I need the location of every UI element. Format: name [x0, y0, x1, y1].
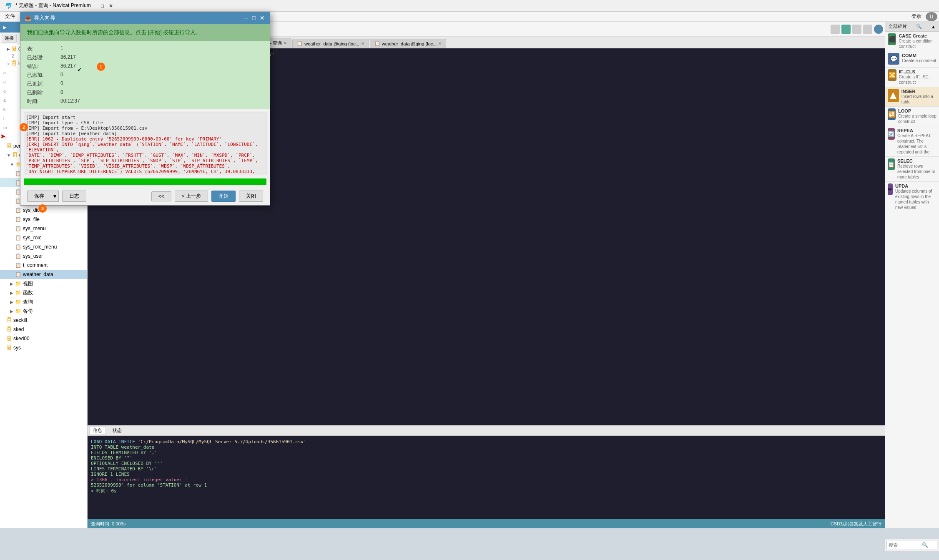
sidebar-table-weather-data[interactable]: 📋 weather_data — [0, 270, 87, 279]
sidebar-folder-queries[interactable]: ▶ 📁 查询 — [0, 297, 87, 306]
toolbar-icon-3[interactable] — [852, 25, 861, 34]
save-button[interactable]: 保存 — [27, 191, 51, 202]
db-icon-qing: 🗄 — [13, 152, 18, 158]
sidebar-label-seckill: seckill — [13, 317, 27, 323]
svg-marker-0 — [890, 92, 896, 99]
right-panel-arrow-icon[interactable]: ▲ — [931, 24, 936, 29]
maximize-button[interactable]: □ — [99, 3, 106, 9]
result-line-6: LINES TERMINATED BY '\r' — [91, 466, 881, 472]
dialog-title-bar: 📥 导入向导 ─ □ ✕ — [20, 12, 270, 24]
toolbar-icon-4[interactable] — [863, 25, 872, 34]
toolbar-icon-2[interactable] — [841, 25, 851, 34]
table-label-t-comment: t_comment — [23, 262, 48, 268]
snippet-comm[interactable]: 💬 COMM Create a comment — [885, 51, 939, 68]
snippet-repea[interactable]: 🔄 REPEA Create A REPEAT construct. The S… — [885, 126, 939, 157]
toolbar-icon-5[interactable] — [874, 25, 883, 34]
dialog-info-text: 我们已收集向导导入数据时所需的全部信息。点击 [开始] 按钮进行导入。 — [27, 29, 201, 35]
sidebar-table-sys-file[interactable]: 📋 sys_file — [0, 215, 87, 224]
db-icon-sys: 🗄 — [7, 345, 12, 351]
stat-label-deleted: 已删除: — [27, 89, 60, 96]
snippet-upda[interactable]: ✏ UPDA Updates columns of existing rows … — [885, 182, 939, 212]
save-btn-group: 保存 ▼ — [27, 191, 59, 202]
sidebar-folder-functions[interactable]: ▶ 📁 函数 — [0, 288, 87, 297]
import-dialog[interactable]: 📥 导入向导 ─ □ ✕ 我们已收集向导导入数据时所需的全部信息。点击 [开始]… — [20, 12, 270, 206]
folder-icon-queries: 📁 — [15, 299, 21, 305]
sidebar-item-sked00[interactable]: 🗄 sked00 — [0, 334, 87, 343]
dialog-maximize[interactable]: □ — [251, 15, 257, 21]
sidebar-table-sys-dict[interactable]: 📋 sys_dict — [0, 206, 87, 215]
arrow-mark: ➤ — [0, 132, 5, 140]
dialog-log: [IMP] Import start [IMP] Import type - C… — [24, 113, 266, 175]
tab-weather-3-close[interactable]: ✕ — [438, 41, 442, 46]
title-bar: 🐬 * 无标题 - 查询 - Navicat Premium ─ □ ✕ — [0, 0, 939, 12]
snippet-selec[interactable]: 📋 SELEC Retrieve rows selected from one … — [885, 157, 939, 182]
sidebar-label-sys: sys — [13, 345, 21, 351]
db-icon-sked: 🗄 — [7, 326, 12, 332]
prev-button[interactable]: < 上一步 — [175, 191, 208, 202]
log-line-err1: [ERR] 1062 - Duplicate entry '5265209999… — [26, 136, 264, 142]
backups-label: 备份 — [23, 308, 33, 315]
sidebar-table-sys-menu[interactable]: 📋 sys_menu — [0, 224, 87, 233]
sidebar-folder-views[interactable]: ▶ 📁 视图 — [0, 279, 87, 288]
start-button[interactable]: 开始 — [211, 191, 236, 202]
table-label-weather-data: weather_data — [23, 271, 53, 277]
tab-weather-2-icon: 📋 — [297, 41, 303, 46]
repea-text: REPEA Create A REPEAT construct. The Sta… — [897, 128, 936, 155]
tab-weather-2-close[interactable]: ✕ — [361, 41, 364, 46]
table-icon-sys-user: 📋 — [15, 253, 21, 259]
close-button[interactable]: ✕ — [108, 3, 114, 9]
log-button[interactable]: 日志 — [62, 191, 86, 202]
comm-title: COMM — [902, 53, 936, 58]
tab-weather-3[interactable]: 📋 weather_data @qing (loc... ✕ — [370, 39, 447, 48]
sidebar-item-seckill[interactable]: 🗄 seckill — [0, 316, 87, 325]
expand-tables-icon: ▼ — [10, 162, 14, 167]
dialog-minimize[interactable]: ─ — [242, 15, 249, 21]
snippet-loop[interactable]: 🔁 LOOP Create a simple loop construct — [885, 107, 939, 126]
menu-file[interactable]: 文件 — [2, 12, 18, 21]
sidebar-item-sked[interactable]: 🗄 sked — [0, 325, 87, 334]
window-controls: ─ □ ✕ — [91, 3, 114, 9]
stat-row-table: 表: 1 — [27, 45, 263, 53]
stat-value-table: 1 — [60, 45, 63, 53]
snippet-ifel[interactable]: 🔀 IF...ELS Create a IF...SE... construct — [885, 68, 939, 87]
stat-value-error: 86,217 — [60, 63, 76, 70]
table-icon-sys-dict: 📋 — [15, 207, 21, 213]
sidebar-table-sys-role-menu[interactable]: 📋 sys_role_menu — [0, 242, 87, 251]
sidebar-table-t-comment[interactable]: 📋 t_comment — [0, 261, 87, 270]
login-btn[interactable]: 登录 — [911, 13, 925, 20]
prev-prev-button[interactable]: << — [151, 191, 171, 201]
snippet-inser[interactable]: INSER Insert rows into a table — [885, 87, 939, 107]
connect-button[interactable]: 连接 — [2, 34, 17, 43]
table-icon-sys-role-menu: 📋 — [15, 244, 21, 250]
sidebar-label-sked00: sked00 — [13, 336, 30, 342]
table-label-sys-role: sys_role — [23, 235, 42, 241]
sidebar-table-sys-user[interactable]: 📋 sys_user — [0, 251, 87, 261]
user-avatar: U — [926, 12, 937, 21]
table-label-sys-role-menu: sys_role_menu — [23, 244, 57, 250]
repea-desc: Create A REPEAT construct. The Statement… — [897, 133, 936, 155]
sidebar-item-sys[interactable]: 🗄 sys — [0, 343, 87, 352]
sidebar-table-sys-role[interactable]: 📋 sys_role — [0, 233, 87, 242]
tab-weather-2[interactable]: 📋 weather_data @qing (loc... ✕ — [292, 39, 369, 48]
stat-value-time: 00:12:37 — [60, 98, 80, 105]
snippet-case[interactable]: ⬛ CASE Create Create a condition constru… — [885, 32, 939, 51]
dialog-stats: 表: 1 已处理: 86,217 错误: 86,217 已添加: 0 已更新: … — [20, 41, 270, 109]
sidebar-folder-backups[interactable]: ▶ 📁 备份 — [0, 306, 87, 316]
right-panel-search-icon[interactable]: 🔍 — [916, 24, 922, 29]
stat-value-processed: 86,217 — [60, 54, 76, 61]
dialog-close[interactable]: ✕ — [259, 15, 266, 21]
dialog-title-text: 导入向导 — [34, 14, 55, 22]
toolbar-icon-1[interactable] — [831, 25, 840, 34]
save-dropdown-button[interactable]: ▼ — [51, 191, 59, 202]
minimize-button[interactable]: ─ — [91, 3, 98, 9]
close-dialog-button[interactable]: 关闭 — [239, 191, 263, 202]
expand-functions-icon: ▶ — [10, 291, 13, 295]
result-line-1: LOAD DATA INFILE 'C:/ProgramData/MySQL/M… — [91, 439, 881, 444]
table-label-sys-dict: sys_dict — [23, 207, 41, 213]
result-tab-status[interactable]: 状态 — [109, 427, 125, 434]
table-icon-sys-file: 📋 — [15, 216, 21, 222]
tab-query-2-close[interactable]: ✕ — [284, 41, 287, 45]
table-icon-sys-role: 📋 — [15, 235, 21, 241]
ifel-icon: 🔀 — [888, 69, 896, 81]
result-tab-info[interactable]: 信息 — [89, 426, 106, 435]
